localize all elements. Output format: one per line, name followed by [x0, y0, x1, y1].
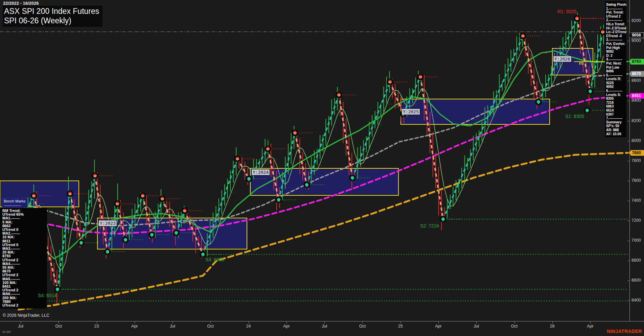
- swing-pivots-line: 6397: [606, 113, 626, 117]
- bench-marks-title: Bench Marks: [4, 199, 25, 203]
- price-tick: [627, 121, 630, 121]
- bench-marks-line: MA3.-------: [2, 247, 47, 250]
- time-tick: [21, 321, 21, 323]
- swing-pivots-panel[interactable]: Swing Pivots1.------------Pvt. Trend:UTr…: [605, 1, 626, 137]
- r1-label[interactable]: R1: 9225: [557, 9, 577, 14]
- year-box: [401, 99, 550, 124]
- bench-marks-line: 8451: [2, 285, 47, 288]
- swing-pivots-line: UTrend 2: [606, 15, 626, 19]
- price-tick-label: 8200: [631, 118, 641, 123]
- time-tick-label: 25: [398, 324, 403, 329]
- swing-pivots-line: Pvt. Evolve:: [606, 42, 626, 46]
- time-tick: [400, 321, 401, 323]
- time-tick: [249, 321, 249, 323]
- swing-pivots-line: Levels S:: [606, 93, 626, 97]
- bench-marks-line: MA5.-------: [2, 277, 47, 281]
- price-tick-label: 7800: [631, 158, 641, 163]
- time-tick: [362, 321, 363, 323]
- time-tick-label: Oct: [359, 324, 366, 329]
- price-tick: [627, 261, 630, 261]
- time-tick-label: Jul: [322, 324, 327, 329]
- price-tick-label: 7600: [631, 178, 641, 183]
- bench-marks-line: MA4.-------: [2, 262, 47, 266]
- swing-pivots-line: 2.------------: [606, 18, 626, 22]
- bench-marks-line: 8811: [2, 239, 47, 243]
- ninjatrader-chart-window: 9200900088008600840082008000780076007400…: [0, 0, 644, 336]
- bench-marks-label[interactable]: Bench Marks --------------: [2, 198, 28, 208]
- swing-pivots-line: AF: 10.00: [606, 132, 626, 136]
- swing-pivots-line: 8305: [606, 97, 626, 101]
- time-tick-label: Jul: [474, 324, 479, 329]
- year-box-label-2025[interactable]: Y:2025: [401, 109, 420, 115]
- time-tick: [172, 321, 173, 323]
- price-tick: [627, 281, 630, 281]
- price-tick: [627, 241, 630, 241]
- bench-marks-line: 10 MA:: [2, 235, 47, 239]
- s4-label[interactable]: S4: 6514: [38, 293, 57, 298]
- price-tick: [627, 161, 630, 161]
- bench-marks-line: MA2.-------: [2, 232, 47, 235]
- s2-label[interactable]: S2: 7216: [420, 223, 439, 229]
- bench-marks-divider: --------------: [4, 203, 25, 207]
- price-marker-8670: 8670: [629, 71, 644, 77]
- time-tick-label: Jul: [170, 324, 175, 329]
- price-tick: [627, 301, 630, 301]
- bench-marks-line: BM Trend:: [2, 209, 47, 213]
- bench-marks-line: UTrend 2: [2, 273, 47, 277]
- price-tick-label: 9000: [631, 38, 641, 43]
- year-box-label-2026[interactable]: Y:2026: [553, 56, 572, 62]
- bench-marks-line: UTrend 2: [2, 288, 47, 292]
- time-tick-label: 24: [246, 324, 251, 329]
- swing-leg: [58, 194, 70, 289]
- time-tick: [324, 321, 325, 323]
- price-marker-8793: 8793: [629, 59, 644, 65]
- swing-pivots-line: 4.------------: [606, 57, 626, 62]
- bench-marks-line: 55 MA:: [2, 266, 47, 269]
- swing-pivots-line: 5.------------: [606, 73, 626, 77]
- price-tick: [627, 81, 630, 81]
- chart-title: ASX SPI 200 Index Futures SPI 06-26 (Wee…: [3, 6, 102, 27]
- copyright-watermark: © 2026 NinjaTrader, LLC: [3, 313, 49, 318]
- time-tick-label: Oct: [207, 324, 214, 329]
- bench-marks-line: UTrend 0: [2, 228, 47, 232]
- swing-pivots-line: Hi:-2 DTrend: [606, 26, 626, 30]
- s1-label[interactable]: S1: 8305: [565, 114, 584, 119]
- time-tick: [476, 321, 477, 323]
- swing-leg: [339, 95, 352, 178]
- time-tick: [514, 321, 515, 323]
- time-tick-label: Apr: [283, 324, 290, 329]
- price-tick-label: 6800: [631, 258, 641, 263]
- bench-marks-line: 7880: [2, 300, 47, 304]
- bench-marks-line: UTrend 65%: [2, 213, 47, 216]
- bench-marks-line: 8662: [2, 224, 47, 228]
- time-tick-label: 26: [550, 324, 555, 329]
- fib-f0-label[interactable]: F0: [579, 62, 583, 66]
- series-tag: W SPI: [2, 330, 11, 334]
- bench-marks-line: UTrend 2: [2, 304, 47, 307]
- swing-pivots-line: 3.------------: [606, 38, 626, 42]
- time-tick: [590, 321, 591, 323]
- year-box-label-2024[interactable]: Y:2024: [251, 169, 270, 175]
- ninjatrader-logo: NINJATRADER: [607, 329, 642, 334]
- swing-pivots-line: 9092: [606, 50, 626, 54]
- price-marker-7880: 7880: [629, 150, 644, 156]
- swing-pivots-line: Pvt Low: [606, 66, 626, 70]
- bench-marks-line: MA1.-------: [2, 216, 47, 220]
- instrument-name: ASX SPI 200 Index Futures: [4, 6, 99, 16]
- price-tick: [627, 221, 630, 221]
- bench-marks-line: 5 MA:: [2, 220, 47, 224]
- swing-pivots-line: SP's: 50: [606, 124, 626, 128]
- swing-pivots-line: Summary: [606, 120, 626, 124]
- swing-pivots-line: Pvt. Trend:: [606, 10, 626, 15]
- year-box-label-2023[interactable]: Y:2023: [98, 220, 117, 226]
- time-tick: [438, 321, 439, 323]
- swing-pivots-line: 6863: [606, 104, 626, 109]
- bench-marks-line: 100 MA:: [2, 281, 47, 285]
- price-chart-canvas[interactable]: [0, 0, 644, 321]
- swing-pivots-line: D: 2: [606, 54, 626, 58]
- price-tick-label: 8000: [631, 138, 641, 143]
- swing-pivots-line: 6514: [606, 109, 626, 113]
- price-marker-8451: 8451: [629, 93, 644, 99]
- s3-label[interactable]: S3: 6863: [205, 257, 224, 262]
- swing-leg: [352, 82, 390, 178]
